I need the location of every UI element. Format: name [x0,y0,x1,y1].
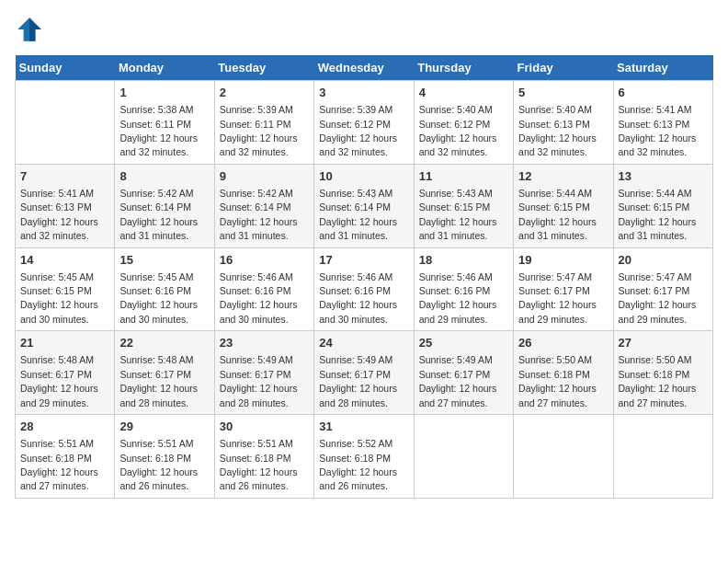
day-info: Sunrise: 5:48 AMSunset: 6:17 PMDaylight:… [119,354,198,408]
day-number: 6 [619,85,708,101]
calendar-table: SundayMondayTuesdayWednesdayThursdayFrid… [15,55,713,499]
day-number: 18 [419,252,508,269]
day-header-friday: Friday [514,55,613,81]
day-info: Sunrise: 5:49 AMSunset: 6:17 PMDaylight:… [419,354,497,408]
calendar-cell: 8Sunrise: 5:42 AMSunset: 6:14 PMDaylight… [115,164,214,247]
calendar-cell: 25Sunrise: 5:49 AMSunset: 6:17 PMDayligh… [414,331,513,415]
day-number: 24 [319,335,408,351]
calendar-cell: 20Sunrise: 5:47 AMSunset: 6:17 PMDayligh… [613,247,712,331]
day-number: 10 [319,168,408,185]
day-number: 13 [619,168,708,185]
day-info: Sunrise: 5:45 AMSunset: 6:16 PMDaylight:… [119,271,198,325]
calendar-cell: 26Sunrise: 5:50 AMSunset: 6:18 PMDayligh… [514,331,613,415]
calendar-cell: 28Sunrise: 5:51 AMSunset: 6:18 PMDayligh… [16,415,115,499]
day-number: 28 [20,419,109,435]
calendar-cell [514,415,613,499]
day-number: 4 [419,85,508,101]
day-number: 2 [220,85,309,101]
calendar-cell: 1Sunrise: 5:38 AMSunset: 6:11 PMDaylight… [115,81,214,165]
calendar-week-3: 14Sunrise: 5:45 AMSunset: 6:15 PMDayligh… [16,247,713,331]
day-header-tuesday: Tuesday [214,55,313,81]
calendar-cell: 19Sunrise: 5:47 AMSunset: 6:17 PMDayligh… [514,247,613,331]
calendar-cell [16,81,115,165]
day-info: Sunrise: 5:51 AMSunset: 6:18 PMDaylight:… [119,438,198,491]
day-info: Sunrise: 5:47 AMSunset: 6:17 PMDaylight:… [518,271,597,325]
day-info: Sunrise: 5:51 AMSunset: 6:18 PMDaylight:… [20,438,98,491]
calendar-cell: 9Sunrise: 5:42 AMSunset: 6:14 PMDaylight… [214,164,313,247]
day-number: 30 [220,419,309,435]
day-number: 27 [619,335,708,351]
day-info: Sunrise: 5:52 AMSunset: 6:18 PMDaylight:… [319,438,397,491]
page-header [15,15,713,44]
calendar-cell [613,415,712,499]
day-info: Sunrise: 5:43 AMSunset: 6:15 PMDaylight:… [419,188,497,241]
day-info: Sunrise: 5:39 AMSunset: 6:11 PMDaylight:… [220,104,298,157]
day-number: 8 [119,168,209,185]
day-number: 1 [119,85,209,101]
day-number: 11 [419,168,508,185]
calendar-cell: 16Sunrise: 5:46 AMSunset: 6:16 PMDayligh… [214,247,313,331]
calendar-cell: 18Sunrise: 5:46 AMSunset: 6:16 PMDayligh… [414,247,513,331]
calendar-cell: 29Sunrise: 5:51 AMSunset: 6:18 PMDayligh… [115,415,214,499]
calendar-cell: 10Sunrise: 5:43 AMSunset: 6:14 PMDayligh… [314,164,414,247]
day-info: Sunrise: 5:43 AMSunset: 6:14 PMDaylight:… [319,188,397,241]
day-number: 26 [518,335,608,351]
day-number: 5 [518,85,608,101]
calendar-cell: 7Sunrise: 5:41 AMSunset: 6:13 PMDaylight… [16,164,115,247]
day-info: Sunrise: 5:42 AMSunset: 6:14 PMDaylight:… [220,188,298,241]
day-info: Sunrise: 5:49 AMSunset: 6:17 PMDaylight:… [319,354,397,408]
day-info: Sunrise: 5:42 AMSunset: 6:14 PMDaylight:… [119,188,198,241]
svg-marker-1 [29,17,41,41]
calendar-cell: 15Sunrise: 5:45 AMSunset: 6:16 PMDayligh… [115,247,214,331]
day-number: 25 [419,335,508,351]
day-info: Sunrise: 5:39 AMSunset: 6:12 PMDaylight:… [319,104,397,157]
day-number: 20 [619,252,708,269]
day-number: 22 [119,335,209,351]
day-header-sunday: Sunday [16,55,115,81]
day-info: Sunrise: 5:50 AMSunset: 6:18 PMDaylight:… [518,354,597,408]
calendar-cell: 3Sunrise: 5:39 AMSunset: 6:12 PMDaylight… [314,81,414,165]
day-info: Sunrise: 5:44 AMSunset: 6:15 PMDaylight:… [518,188,597,241]
day-number: 29 [119,419,209,435]
day-number: 16 [220,252,309,269]
day-header-thursday: Thursday [414,55,513,81]
logo-icon [15,15,44,44]
day-number: 21 [20,335,109,351]
logo [15,15,48,44]
calendar-cell: 11Sunrise: 5:43 AMSunset: 6:15 PMDayligh… [414,164,513,247]
calendar-week-2: 7Sunrise: 5:41 AMSunset: 6:13 PMDaylight… [16,164,713,247]
day-header-saturday: Saturday [613,55,712,81]
calendar-header-row: SundayMondayTuesdayWednesdayThursdayFrid… [16,55,713,81]
day-number: 17 [319,252,408,269]
day-info: Sunrise: 5:49 AMSunset: 6:17 PMDaylight:… [220,354,298,408]
calendar-cell: 23Sunrise: 5:49 AMSunset: 6:17 PMDayligh… [214,331,313,415]
day-info: Sunrise: 5:46 AMSunset: 6:16 PMDaylight:… [220,271,298,325]
day-info: Sunrise: 5:40 AMSunset: 6:13 PMDaylight:… [518,104,597,157]
day-info: Sunrise: 5:47 AMSunset: 6:17 PMDaylight:… [619,271,697,325]
day-number: 19 [518,252,608,269]
calendar-cell: 22Sunrise: 5:48 AMSunset: 6:17 PMDayligh… [115,331,214,415]
calendar-cell: 4Sunrise: 5:40 AMSunset: 6:12 PMDaylight… [414,81,513,165]
day-info: Sunrise: 5:50 AMSunset: 6:18 PMDaylight:… [619,354,697,408]
calendar-cell [414,415,513,499]
calendar-cell: 2Sunrise: 5:39 AMSunset: 6:11 PMDaylight… [214,81,313,165]
calendar-cell: 6Sunrise: 5:41 AMSunset: 6:13 PMDaylight… [613,81,712,165]
calendar-week-1: 1Sunrise: 5:38 AMSunset: 6:11 PMDaylight… [16,81,713,165]
calendar-cell: 27Sunrise: 5:50 AMSunset: 6:18 PMDayligh… [613,331,712,415]
calendar-cell: 5Sunrise: 5:40 AMSunset: 6:13 PMDaylight… [514,81,613,165]
calendar-cell: 31Sunrise: 5:52 AMSunset: 6:18 PMDayligh… [314,415,414,499]
day-info: Sunrise: 5:45 AMSunset: 6:15 PMDaylight:… [20,271,98,325]
day-info: Sunrise: 5:41 AMSunset: 6:13 PMDaylight:… [619,104,697,157]
calendar-week-4: 21Sunrise: 5:48 AMSunset: 6:17 PMDayligh… [16,331,713,415]
calendar-cell: 21Sunrise: 5:48 AMSunset: 6:17 PMDayligh… [16,331,115,415]
calendar-cell: 12Sunrise: 5:44 AMSunset: 6:15 PMDayligh… [514,164,613,247]
calendar-week-5: 28Sunrise: 5:51 AMSunset: 6:18 PMDayligh… [16,415,713,499]
day-info: Sunrise: 5:46 AMSunset: 6:16 PMDaylight:… [319,271,397,325]
calendar-cell: 13Sunrise: 5:44 AMSunset: 6:15 PMDayligh… [613,164,712,247]
day-number: 9 [220,168,309,185]
day-info: Sunrise: 5:46 AMSunset: 6:16 PMDaylight:… [419,271,497,325]
day-number: 15 [119,252,209,269]
day-info: Sunrise: 5:40 AMSunset: 6:12 PMDaylight:… [419,104,497,157]
calendar-cell: 30Sunrise: 5:51 AMSunset: 6:18 PMDayligh… [214,415,313,499]
day-number: 12 [518,168,608,185]
